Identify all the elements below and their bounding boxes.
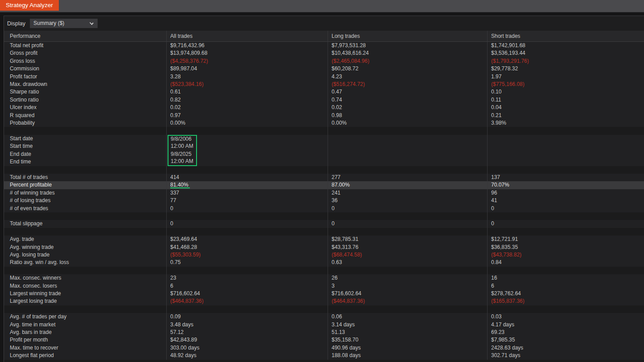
- table-row[interactable]: Total # of trades414277137: [4, 174, 644, 181]
- metric-name: Max. consec. winners: [10, 275, 61, 281]
- display-toolbar: Display Summary ($): [4, 16, 644, 31]
- table-row[interactable]: # of winning trades33724196: [4, 189, 644, 197]
- row-value: [328, 166, 487, 174]
- table-row[interactable]: Total net profit$9,716,432.96$7,973,531.…: [4, 42, 644, 49]
- row-value: 96: [487, 189, 644, 197]
- row-label: # of even trades: [4, 205, 166, 212]
- row-value: 87.00%: [328, 181, 487, 189]
- row-value: 9/8/2025: [166, 150, 328, 158]
- table-row[interactable]: Max. consec. winners232616: [4, 274, 644, 282]
- row-label: Max. consec. winners: [4, 274, 166, 282]
- metric-name: Avg. # of trades per day: [10, 313, 66, 320]
- table-row[interactable]: R squared0.970.980.21: [4, 112, 644, 119]
- metric-name: Avg. winning trade: [10, 244, 54, 250]
- metric-name: Sortino ratio: [10, 97, 39, 103]
- table-row[interactable]: Avg. # of trades per day0.090.060.03: [4, 313, 644, 321]
- row-value: [487, 267, 644, 274]
- metric-name: Avg. losing trade: [10, 252, 49, 258]
- row-value: $29,778.32: [487, 65, 644, 73]
- metric-name: Profit factor: [10, 73, 37, 80]
- table-row-spacer: [4, 212, 644, 220]
- row-value: 48.92 days: [166, 352, 328, 359]
- row-value: 241: [328, 189, 487, 197]
- display-dropdown[interactable]: Summary ($): [30, 19, 98, 28]
- metric-value: $10,438,616.24: [332, 50, 369, 56]
- row-value: 16: [487, 274, 644, 282]
- row-label: Largest losing trade: [4, 297, 166, 305]
- table-row[interactable]: Commission$89,987.04$60,208.72$29,778.32: [4, 65, 644, 73]
- table-row[interactable]: Avg. bars in trade57.1251.1369.23: [4, 329, 644, 336]
- row-value: 0.82: [166, 96, 328, 104]
- row-value: 0.74: [328, 96, 487, 104]
- metric-name: Percent profitable: [10, 182, 52, 188]
- metric-value: 0: [491, 220, 494, 227]
- table-row[interactable]: # of even trades000: [4, 205, 644, 212]
- table-row[interactable]: Probability0.00%0.00%3.98%: [4, 119, 644, 127]
- table-row[interactable]: Largest losing trade($464,837.36)($464,8…: [4, 297, 644, 305]
- table-row[interactable]: Start time12:00 AM: [4, 142, 644, 150]
- row-label: # of losing trades: [4, 197, 166, 204]
- row-value: 0: [166, 220, 328, 228]
- annotation-box-cell: 9/8/2006: [168, 135, 197, 142]
- table-row[interactable]: Ulcer index0.020.020.04: [4, 104, 644, 111]
- row-value: 6: [487, 282, 644, 290]
- metric-value: ($43,738.82): [491, 252, 521, 258]
- header-long-trades[interactable]: Long trades: [328, 31, 487, 41]
- table-row[interactable]: Sortino ratio0.820.740.11: [4, 96, 644, 104]
- metric-value: 6: [170, 283, 173, 289]
- table-row[interactable]: Gross profit$13,974,809.68$10,438,616.24…: [4, 49, 644, 57]
- header-all-trades[interactable]: All trades: [166, 31, 328, 41]
- table-row[interactable]: Total slippage000: [4, 220, 644, 228]
- metric-value: 0.00%: [170, 120, 185, 126]
- metric-value: 0.09: [170, 313, 180, 320]
- header-performance[interactable]: Performance: [4, 31, 166, 41]
- row-value: ($523,384.16): [166, 81, 328, 88]
- row-value: [487, 135, 644, 142]
- table-row[interactable]: Ratio avg. win / avg. loss0.750.630.84: [4, 259, 644, 266]
- metric-name: Gross profit: [10, 50, 37, 56]
- row-value: 302.71 days: [487, 352, 644, 359]
- table-row[interactable]: Avg. time in market3.48 days3.14 days4.1…: [4, 321, 644, 329]
- metric-value: 1.97: [491, 73, 501, 80]
- table-row[interactable]: Percent profitable81.40%87.00%70.07%: [4, 181, 644, 189]
- metric-value: 0.10: [491, 89, 501, 95]
- table-row[interactable]: Avg. winning trade$41,468.28$43,313.76$3…: [4, 244, 644, 251]
- metric-name: Commission: [10, 65, 39, 72]
- table-row[interactable]: Avg. trade$23,469.64$28,785.31$12,721.91: [4, 236, 644, 243]
- table-row[interactable]: Profit factor3.284.231.97: [4, 73, 644, 81]
- metric-value: 302.71 days: [491, 352, 520, 358]
- table-row[interactable]: Profit per month$42,843.89$35,158.70$7,9…: [4, 336, 644, 344]
- metric-value: 0: [332, 220, 335, 227]
- table-row[interactable]: End time12:00 AM: [4, 158, 644, 166]
- row-value: 57.12: [166, 329, 328, 336]
- table-row[interactable]: Sharpe ratio0.610.470.10: [4, 88, 644, 96]
- row-value: 1.97: [487, 73, 644, 81]
- tab-strategy-analyzer[interactable]: Strategy Analyzer: [0, 0, 59, 11]
- table-row[interactable]: Start date9/8/2006: [4, 135, 644, 142]
- table-row[interactable]: End date9/8/2025: [4, 150, 644, 158]
- metric-value: $9,716,432.96: [170, 42, 205, 49]
- metric-value: 77: [170, 197, 176, 203]
- row-value: $41,468.28: [166, 244, 328, 251]
- table-row[interactable]: Largest winning trade$716,602.64$716,602…: [4, 290, 644, 297]
- row-value: 0.09: [166, 313, 328, 321]
- table-row[interactable]: Max. drawdown($523,384.16)($516,274.72)(…: [4, 81, 644, 88]
- metric-value: 0.63: [332, 259, 342, 265]
- table-row[interactable]: Longest flat period48.92 days188.08 days…: [4, 352, 644, 359]
- metric-value: 69.23: [491, 329, 505, 335]
- row-label: [4, 212, 166, 220]
- row-value: [487, 212, 644, 220]
- metric-value: 0.02: [170, 104, 180, 110]
- row-value: 277: [328, 174, 487, 181]
- table-row[interactable]: Gross loss($4,258,376.72)($2,465,084.96)…: [4, 57, 644, 65]
- metric-value: ($165,837.36): [491, 298, 525, 304]
- header-short-trades[interactable]: Short trades: [487, 31, 644, 41]
- table-row[interactable]: Avg. losing trade($55,303.59)($68,474.58…: [4, 251, 644, 259]
- grid-header-row: Performance All trades Long trades Short…: [4, 31, 644, 42]
- table-row[interactable]: Max. consec. losers636: [4, 282, 644, 290]
- table-row[interactable]: Max. time to recover303.00 days490.96 da…: [4, 344, 644, 352]
- table-row[interactable]: # of losing trades773641: [4, 197, 644, 204]
- row-value: $13,974,809.68: [166, 49, 328, 57]
- annotation-box-cell: 9/8/2025: [168, 150, 197, 158]
- metric-name: # of even trades: [10, 205, 48, 212]
